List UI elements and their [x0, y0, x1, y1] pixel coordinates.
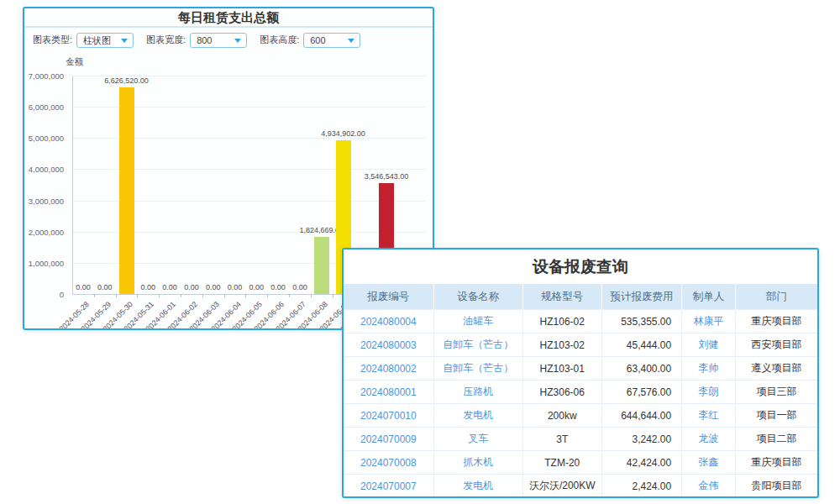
cell-estimated-cost: 3,242.00: [601, 428, 681, 451]
cell-spec-model: HZ306-06: [522, 381, 601, 404]
cell-spec-model: 200kw: [522, 404, 601, 428]
cell-department: 贵阳项目部: [735, 475, 817, 498]
bar-value-label: 3,546,543.00: [349, 172, 424, 181]
cell-scrap-id[interactable]: 2024070010: [344, 404, 433, 428]
x-axis-tick: [159, 294, 160, 297]
cell-equipment-name[interactable]: 油罐车: [433, 310, 522, 333]
cell-department: 西安项目部: [735, 333, 817, 357]
cell-estimated-cost: 67,576.00: [601, 381, 681, 404]
col-header-estimated-cost: 预计报废费用: [601, 284, 681, 310]
chart-bar[interactable]: [119, 87, 134, 294]
cell-scrap-id[interactable]: 2024080003: [344, 333, 433, 357]
x-axis-tick: [311, 294, 312, 297]
cell-estimated-cost: 42,424.00: [601, 451, 681, 475]
cell-scrap-id[interactable]: 2024070008: [344, 451, 433, 475]
cell-spec-model: TZM-20: [522, 451, 601, 475]
col-header-department: 部门: [735, 284, 817, 310]
col-header-scrap-id: 报废编号: [344, 284, 433, 310]
cell-spec-model: 3T: [522, 428, 601, 451]
cell-equipment-name[interactable]: 带锯机: [433, 498, 522, 499]
x-axis-tick: [333, 294, 333, 297]
x-axis-tick: [245, 294, 246, 297]
table-row: 2024080002自卸车（芒古）HZ103-0163,400.00李帅遵义项目…: [344, 357, 817, 381]
scrap-table: 报废编号设备名称规格型号预计报废费用制单人部门 2024080004油罐车HZ1…: [344, 284, 817, 498]
cell-department: 遵义项目部: [735, 357, 817, 381]
x-axis-tick: [94, 294, 95, 297]
cell-scrap-id[interactable]: 2024080002: [344, 357, 433, 381]
cell-equipment-name[interactable]: 抓木机: [433, 451, 522, 475]
cell-estimated-cost: 63,400.00: [601, 357, 681, 381]
table-row: 2024070008抓木机TZM-2042,424.00张鑫重庆项目部: [344, 451, 817, 475]
equipment-scrap-query-panel: 设备报废查询 报废编号设备名称规格型号预计报废费用制单人部门 202408000…: [342, 248, 819, 498]
y-axis-tick-label: 1,000,000: [24, 259, 64, 268]
cell-spec-model: MJ3210B型: [522, 498, 601, 499]
col-header-equipment-name: 设备名称: [433, 284, 522, 310]
y-axis-tick-label: 4,000,000: [24, 165, 64, 174]
cell-creator[interactable]: 何芷茵: [682, 498, 736, 499]
y-axis-tick-label: 5,000,000: [24, 134, 64, 143]
cell-estimated-cost: 644,644.00: [601, 404, 681, 428]
cell-creator[interactable]: 刘健: [682, 333, 736, 357]
table-row: 2024070007发电机沃尔沃/200KW2,424.00金伟贵阳项目部: [344, 475, 817, 498]
y-axis-tick-label: 6,000,000: [24, 102, 64, 112]
y-axis-tick-label: 7,000,000: [24, 71, 64, 81]
cell-creator[interactable]: 李红: [682, 404, 736, 428]
bar-value-label: 6,626,520.00: [89, 76, 165, 85]
x-axis-tick: [116, 294, 117, 297]
cell-estimated-cost: 2,545.00: [601, 498, 681, 499]
cell-spec-model: 沃尔沃/200KW: [522, 475, 601, 498]
col-header-creator: 制单人: [682, 284, 736, 310]
cell-estimated-cost: 45,444.00: [601, 333, 681, 357]
cell-department: 项目一部: [735, 404, 817, 428]
cell-spec-model: HZ103-02: [522, 333, 601, 357]
cell-department: 重庆项目部: [735, 451, 817, 475]
table-row: 2024080003自卸车（芒古）HZ103-0245,444.00刘健西安项目…: [344, 333, 817, 357]
cell-department: 项目三部: [735, 381, 817, 404]
table-row: 2024070009叉车3T3,242.00龙波项目二部: [344, 428, 817, 451]
desktop: 每日租赁支出总额 图表类型:柱状图图表宽度:800图表高度:600 金额 01,…: [0, 0, 840, 504]
cell-creator[interactable]: 林康平: [682, 310, 736, 333]
x-axis-tick: [137, 294, 138, 297]
cell-scrap-id[interactable]: 2024070007: [344, 475, 433, 498]
cell-estimated-cost: 2,424.00: [601, 475, 681, 498]
cell-equipment-name[interactable]: 压路机: [433, 381, 522, 404]
chart-bar[interactable]: [314, 237, 329, 294]
x-axis-tick: [224, 294, 225, 297]
cell-creator[interactable]: 龙波: [682, 428, 736, 451]
cell-scrap-id[interactable]: 2024070009: [344, 428, 433, 451]
y-axis-line: [72, 76, 73, 294]
table-row: 2024070010发电机200kw644,644.00李红项目一部: [344, 404, 817, 428]
cell-spec-model: HZ103-01: [522, 357, 601, 381]
cell-department: 项目一部: [735, 498, 817, 499]
cell-scrap-id[interactable]: 2024080001: [344, 381, 433, 404]
x-axis-tick: [202, 294, 203, 297]
cell-estimated-cost: 535,355.00: [601, 310, 681, 333]
x-axis-tick: [181, 294, 181, 297]
cell-scrap-id[interactable]: 2024070006: [344, 498, 433, 499]
x-axis-tick: [289, 294, 290, 297]
cell-department: 项目二部: [735, 428, 817, 451]
cell-equipment-name[interactable]: 叉车: [433, 428, 522, 451]
cell-spec-model: HZ106-02: [522, 310, 601, 333]
cell-creator[interactable]: 张鑫: [682, 451, 736, 475]
table-row: 2024070006带锯机MJ3210B型2,545.00何芷茵项目一部: [344, 498, 817, 499]
y-axis-tick-label: 2,000,000: [24, 228, 64, 237]
table-row: 2024080004油罐车HZ106-02535,355.00林康平重庆项目部: [344, 310, 817, 333]
cell-equipment-name[interactable]: 自卸车（芒古）: [433, 333, 522, 357]
y-axis-name: 金额: [66, 56, 83, 68]
cell-equipment-name[interactable]: 自卸车（芒古）: [433, 357, 522, 381]
col-header-spec-model: 规格型号: [522, 284, 601, 310]
bar-value-label: 4,934,902.00: [306, 129, 381, 138]
cell-equipment-name[interactable]: 发电机: [433, 475, 522, 498]
cell-department: 重庆项目部: [735, 310, 817, 333]
cell-creator[interactable]: 李朗: [682, 381, 736, 404]
table-header-row: 报废编号设备名称规格型号预计报废费用制单人部门: [344, 284, 817, 310]
x-axis-tick: [267, 294, 268, 297]
cell-creator[interactable]: 金伟: [682, 475, 736, 498]
cell-equipment-name[interactable]: 发电机: [433, 404, 522, 428]
table-row: 2024080001压路机HZ306-0667,576.00李朗项目三部: [344, 381, 817, 404]
cell-scrap-id[interactable]: 2024080004: [344, 310, 433, 333]
table-panel-title: 设备报废查询: [344, 249, 817, 284]
cell-creator[interactable]: 李帅: [682, 357, 736, 381]
y-axis-tick-label: 3,000,000: [24, 197, 64, 206]
